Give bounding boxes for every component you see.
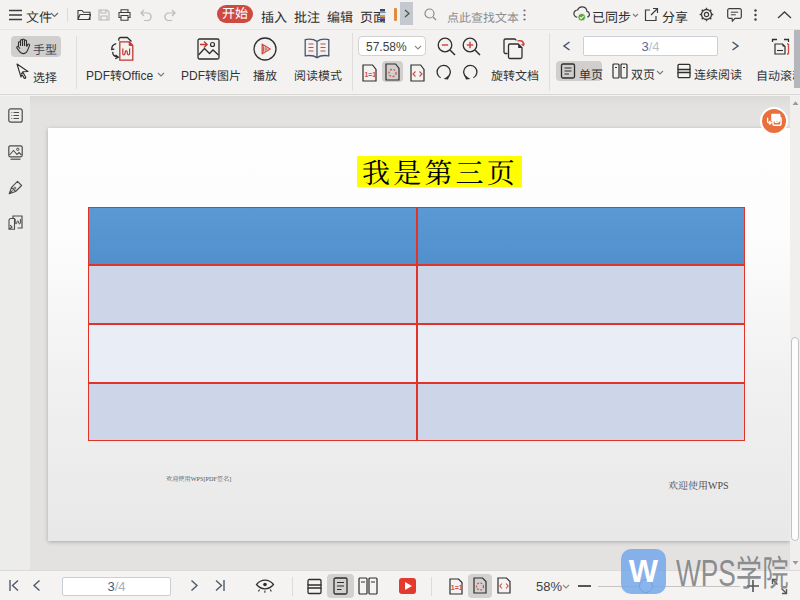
svg-text:1=1: 1=1 xyxy=(364,71,376,78)
svg-text:1=1: 1=1 xyxy=(451,584,463,591)
